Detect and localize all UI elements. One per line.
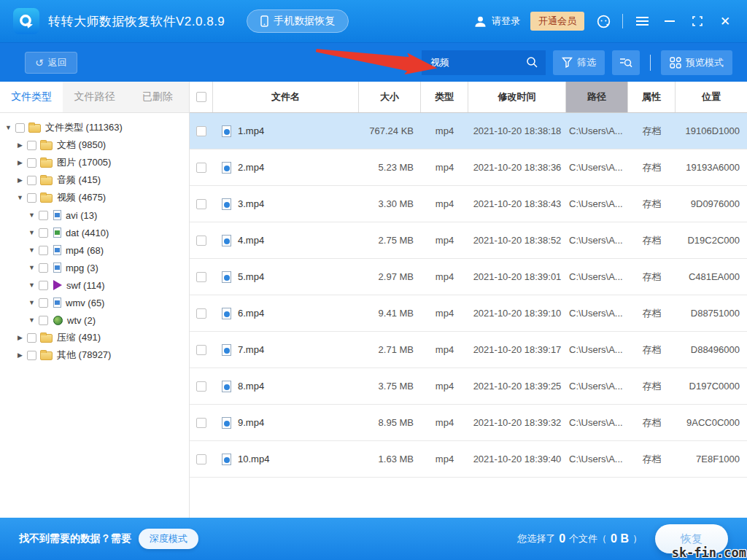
- table-row[interactable]: 5.mp4 2.97 MB mp4 2021-10-20 18:39:01 C:…: [190, 259, 747, 295]
- login-button[interactable]: 请登录: [473, 15, 520, 28]
- expand-arrow-icon[interactable]: ▶: [15, 334, 26, 341]
- table-row[interactable]: 3.mp4 3.30 MB mp4 2021-10-20 18:38:43 C:…: [190, 186, 747, 222]
- table-row[interactable]: 9.mp4 8.95 MB mp4 2021-10-20 18:39:32 C:…: [190, 405, 747, 441]
- expand-arrow-icon[interactable]: ▼: [26, 211, 37, 219]
- tree-item[interactable]: ▼ wtv (2): [0, 311, 189, 329]
- row-checkbox[interactable]: [196, 345, 206, 355]
- table-row[interactable]: 4.mp4 2.75 MB mp4 2021-10-20 18:38:52 C:…: [190, 222, 747, 259]
- expand-arrow-icon[interactable]: ▼: [26, 281, 37, 289]
- search-input[interactable]: [429, 56, 526, 69]
- table-row[interactable]: 7.mp4 2.71 MB mp4 2021-10-20 18:39:17 C:…: [190, 332, 747, 368]
- tree-item[interactable]: ▶ 文档 (9850): [0, 136, 189, 154]
- row-checkbox[interactable]: [196, 454, 206, 464]
- support-icon[interactable]: [595, 12, 612, 30]
- row-checkbox[interactable]: [196, 418, 206, 428]
- advanced-search-button[interactable]: [612, 50, 640, 75]
- tree-checkbox[interactable]: [27, 351, 36, 360]
- tree-item[interactable]: ▶ 音频 (415): [0, 171, 189, 189]
- selection-summary: 您选择了 0 个文件（ 0 B ）: [517, 532, 642, 545]
- expand-arrow-icon[interactable]: ▶: [15, 176, 26, 184]
- tab-file-type[interactable]: 文件类型: [0, 82, 63, 112]
- expand-arrow-icon[interactable]: ▼: [26, 246, 37, 254]
- tree-checkbox[interactable]: [27, 176, 36, 185]
- file-path: C:\Users\A...: [566, 454, 628, 464]
- table-row[interactable]: 2.mp4 5.23 MB mp4 2021-10-20 18:38:36 C:…: [190, 149, 747, 186]
- tree-label: 文件类型 (111363): [45, 121, 123, 134]
- row-checkbox[interactable]: [196, 163, 206, 173]
- tree-checkbox[interactable]: [39, 211, 48, 220]
- tree-item[interactable]: ▼ mpg (3): [0, 259, 189, 276]
- search-icon[interactable]: [526, 56, 538, 69]
- tree-item[interactable]: ▼ avi (13): [0, 206, 189, 224]
- deep-mode-button[interactable]: 深度模式: [139, 529, 198, 549]
- folder-icon: [28, 124, 41, 133]
- tree-item[interactable]: ▶ 其他 (78927): [0, 346, 189, 364]
- tree-item[interactable]: ▼ swf (114): [0, 276, 189, 294]
- close-button[interactable]: ✕: [716, 12, 734, 30]
- tree-item[interactable]: ▼ 视频 (4675): [0, 189, 189, 206]
- tree-checkbox[interactable]: [39, 316, 48, 325]
- vip-upgrade-button[interactable]: 开通会员: [530, 12, 584, 31]
- row-checkbox[interactable]: [196, 236, 206, 246]
- video-file-icon: [222, 198, 231, 210]
- table-row[interactable]: 1.mp4 767.24 KB mp4 2021-10-20 18:38:18 …: [190, 113, 747, 149]
- column-header-modified[interactable]: 修改时间: [468, 82, 566, 112]
- tree-item[interactable]: ▶ 压缩 (491): [0, 329, 189, 346]
- preview-mode-button[interactable]: 预览模式: [661, 50, 732, 75]
- tab-file-path[interactable]: 文件路径: [63, 82, 125, 112]
- row-checkbox[interactable]: [196, 381, 206, 392]
- column-header-location[interactable]: 位置: [676, 82, 747, 112]
- phone-recovery-button[interactable]: 手机数据恢复: [247, 9, 349, 33]
- phone-icon: [260, 15, 268, 27]
- row-checkbox[interactable]: [196, 308, 206, 319]
- tree-item[interactable]: ▼ 文件类型 (111363): [0, 119, 189, 136]
- expand-arrow-icon[interactable]: ▶: [15, 159, 26, 166]
- tree-checkbox[interactable]: [39, 263, 48, 273]
- tree-item[interactable]: ▶ 图片 (17005): [0, 154, 189, 171]
- expand-arrow-icon[interactable]: ▼: [26, 299, 37, 306]
- tab-deleted[interactable]: 已删除: [126, 82, 189, 112]
- expand-arrow-icon[interactable]: ▼: [26, 229, 37, 236]
- row-checkbox[interactable]: [196, 126, 206, 136]
- tree-checkbox[interactable]: [27, 193, 36, 203]
- tree-checkbox[interactable]: [39, 298, 48, 308]
- table-row[interactable]: 6.mp4 9.41 MB mp4 2021-10-20 18:39:10 C:…: [190, 295, 747, 332]
- tree-item[interactable]: ▼ mp4 (68): [0, 241, 189, 259]
- search-box[interactable]: [422, 50, 546, 75]
- tree-checkbox[interactable]: [15, 123, 25, 133]
- tree-checkbox[interactable]: [27, 141, 36, 150]
- file-modified: 2021-10-20 18:39:40: [468, 454, 566, 464]
- row-checkbox[interactable]: [196, 272, 206, 282]
- file-type: mp4: [421, 344, 468, 355]
- file-size: 1.63 MB: [359, 454, 421, 464]
- table-row[interactable]: 8.mp4 3.75 MB mp4 2021-10-20 18:39:25 C:…: [190, 368, 747, 405]
- column-header-attr[interactable]: 属性: [628, 82, 676, 112]
- tree-checkbox[interactable]: [39, 281, 48, 290]
- expand-arrow-icon[interactable]: ▼: [26, 264, 37, 271]
- video-file-icon: [222, 454, 231, 465]
- tree-checkbox[interactable]: [39, 228, 48, 238]
- column-header-type[interactable]: 类型: [421, 82, 468, 112]
- tree-checkbox[interactable]: [39, 246, 48, 255]
- column-header-filename[interactable]: 文件名: [213, 82, 359, 112]
- select-all-checkbox[interactable]: [196, 92, 206, 102]
- expand-arrow-icon[interactable]: ▼: [3, 124, 14, 131]
- tree-item[interactable]: ▼ wmv (65): [0, 294, 189, 311]
- minimize-button[interactable]: [661, 12, 678, 30]
- expand-arrow-icon[interactable]: ▶: [15, 141, 26, 149]
- back-button[interactable]: ↺ 返回: [25, 52, 77, 74]
- tree-checkbox[interactable]: [27, 333, 36, 343]
- expand-arrow-icon[interactable]: ▼: [15, 194, 26, 201]
- maximize-button[interactable]: [689, 12, 706, 30]
- expand-arrow-icon[interactable]: ▼: [26, 316, 37, 324]
- row-checkbox[interactable]: [196, 199, 206, 209]
- file-attr: 存档: [628, 380, 676, 393]
- filter-button[interactable]: 筛选: [553, 50, 605, 75]
- column-header-path[interactable]: 路径: [566, 82, 628, 112]
- expand-arrow-icon[interactable]: ▶: [15, 351, 26, 359]
- table-row[interactable]: 10.mp4 1.63 MB mp4 2021-10-20 18:39:40 C…: [190, 441, 747, 478]
- menu-button[interactable]: [633, 12, 651, 30]
- column-header-size[interactable]: 大小: [359, 82, 421, 112]
- tree-item[interactable]: ▼ dat (4410): [0, 224, 189, 241]
- tree-checkbox[interactable]: [27, 158, 36, 168]
